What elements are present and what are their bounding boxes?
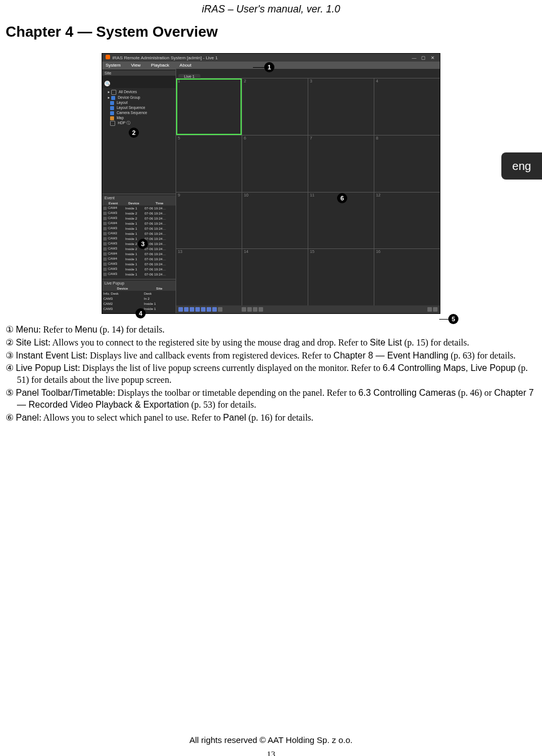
screenshot-figure: iRAS Remote Administration System [admin… xyxy=(102,53,440,314)
video-cell[interactable]: 3 xyxy=(308,78,374,135)
video-cell[interactable]: 1 xyxy=(176,78,242,135)
table-row[interactable]: CAM3Inside 107-06 19:24… xyxy=(102,266,176,272)
video-cell[interactable]: 7 xyxy=(308,136,374,192)
maximize-icon[interactable]: ▢ xyxy=(419,55,427,60)
video-cell[interactable]: 8 xyxy=(374,136,440,192)
chapter-title: Chapter 4 — System Overview xyxy=(6,23,536,41)
table-row[interactable]: CAM3Inside 107-06 19:24… xyxy=(102,272,176,277)
callout-5: 5 xyxy=(448,314,458,324)
toolbar-btn[interactable] xyxy=(178,307,183,312)
video-cell[interactable]: 9 xyxy=(176,193,242,249)
menu-about[interactable]: About xyxy=(180,63,191,68)
table-row[interactable]: CAM3Inside 107-06 19:24… xyxy=(102,261,176,266)
minimize-icon[interactable]: — xyxy=(410,55,418,60)
table-row[interactable]: CAM2Inside 1 xyxy=(102,301,176,306)
event-col-time: Time xyxy=(143,200,176,206)
callout-2: 2 xyxy=(129,128,139,138)
video-cell[interactable]: 6 xyxy=(242,136,308,192)
event-col-event: Event xyxy=(102,200,124,206)
menu-system[interactable]: System xyxy=(106,63,121,68)
table-row[interactable]: Info. DeskDesk xyxy=(102,291,176,296)
toolbar-btn[interactable] xyxy=(195,307,200,312)
toolbar-btn[interactable] xyxy=(212,307,217,312)
site-panel-title: Site xyxy=(102,71,176,76)
description-item: ⑤ Panel Toolbar/Timetable: Displays the … xyxy=(6,387,536,411)
table-row[interactable]: CAM3Inside 207-06 19:24… xyxy=(102,216,176,221)
site-panel: Site 🔍 ▸ All Devices ▸ Device Group Layo… xyxy=(102,69,176,194)
table-row[interactable]: CAM4Inside 107-06 19:24… xyxy=(102,256,176,261)
video-cell[interactable]: 14 xyxy=(242,249,308,305)
app-window: iRAS Remote Administration System [admin… xyxy=(102,53,440,314)
table-row[interactable]: CAM2Inside 107-06 19:24… xyxy=(102,231,176,236)
video-cell[interactable]: 5 xyxy=(176,136,242,192)
toolbar-btn[interactable] xyxy=(247,307,252,312)
event-table: Event Device Time CAM4Inside 107-06 19:2… xyxy=(102,200,176,277)
toolbar-btn[interactable] xyxy=(253,307,257,312)
toolbar-btn[interactable] xyxy=(207,307,211,312)
description-item: ③ Instant Event List: Displays live and … xyxy=(6,350,536,362)
sidebar: Site 🔍 ▸ All Devices ▸ Device Group Layo… xyxy=(102,69,176,313)
live-popup-title: Live Popup xyxy=(102,281,176,286)
menu-view[interactable]: View xyxy=(131,63,141,68)
table-row[interactable]: CAM3Inside 107-06 19:24… xyxy=(102,226,176,231)
toolbar-btn[interactable] xyxy=(433,307,438,312)
close-icon[interactable]: ✕ xyxy=(429,55,436,60)
toolbar-btn[interactable] xyxy=(184,307,189,312)
toolbar-btn[interactable] xyxy=(201,307,206,312)
callout-4: 4 xyxy=(136,308,146,318)
description-item: ④ Live Popup List: Displays the list of … xyxy=(6,362,536,386)
site-search[interactable]: 🔍 xyxy=(102,76,176,88)
main-area: Live 1 12345678910111213141516 xyxy=(176,69,440,313)
table-row[interactable]: CAM4Inside 107-06 19:24… xyxy=(102,251,176,256)
callout-descriptions: ① Menu: Refer to Menu (p. 14) for detail… xyxy=(6,324,536,423)
video-cell[interactable]: 15 xyxy=(308,249,374,305)
window-title: iRAS Remote Administration System [admin… xyxy=(112,55,218,60)
description-item: ⑥ Panel: Allows you to select which pane… xyxy=(6,412,536,424)
description-item: ② Site List: Allows you to connect to th… xyxy=(6,337,536,349)
toolbar-btn[interactable] xyxy=(242,307,246,312)
page-header: iRAS – User's manual, ver. 1.0 xyxy=(6,0,536,15)
description-item: ① Menu: Refer to Menu (p. 14) for detail… xyxy=(6,324,536,336)
toolbar-btn[interactable] xyxy=(427,307,432,312)
live-popup-table: Device Site Info. DeskDeskCAM3In 2CAM2In… xyxy=(102,286,176,311)
toolbar-btn[interactable] xyxy=(259,307,263,312)
window-controls[interactable]: — ▢ ✕ xyxy=(410,55,436,60)
event-panel-title: Event xyxy=(102,195,176,200)
toolbar-btn[interactable] xyxy=(190,307,194,312)
callout-1: 1 xyxy=(264,62,274,72)
event-panel: Event Event Device Time CAM4Inside 107-0… xyxy=(102,194,176,279)
titlebar: iRAS Remote Administration System [admin… xyxy=(102,54,440,62)
menu-playback[interactable]: Playback xyxy=(151,63,169,68)
page-number: 13 xyxy=(0,750,542,756)
site-tree[interactable]: ▸ All Devices ▸ Device Group Layout Layo… xyxy=(102,88,176,129)
callout-6: 6 xyxy=(337,193,347,203)
video-cell[interactable]: 12 xyxy=(374,193,440,249)
search-icon[interactable]: 🔍 xyxy=(104,81,110,86)
language-tab: eng xyxy=(501,152,542,180)
video-cell[interactable]: 4 xyxy=(374,78,440,135)
table-row[interactable]: CAM4Inside 107-06 19:24… xyxy=(102,221,176,226)
table-row[interactable]: CAM4Inside 107-06 19:24… xyxy=(102,206,176,211)
table-row[interactable]: CAM3In 2 xyxy=(102,296,176,301)
panel-toolbar[interactable] xyxy=(176,305,440,313)
callout-3: 3 xyxy=(138,239,148,249)
event-col-device: Device xyxy=(124,200,143,206)
toolbar-btn[interactable] xyxy=(218,307,222,312)
table-row[interactable]: CAM3Inside 207-06 19:24… xyxy=(102,211,176,216)
video-cell[interactable]: 10 xyxy=(242,193,308,249)
app-icon xyxy=(106,55,110,59)
video-grid[interactable]: 12345678910111213141516 xyxy=(176,78,440,305)
footer-copyright: All rights reserved © AAT Holding Sp. z … xyxy=(0,735,542,745)
video-cell[interactable]: 2 xyxy=(242,78,308,135)
video-cell[interactable]: 13 xyxy=(176,249,242,305)
video-cell[interactable]: 16 xyxy=(374,249,440,305)
panel-tabs[interactable]: Live 1 xyxy=(176,69,440,78)
